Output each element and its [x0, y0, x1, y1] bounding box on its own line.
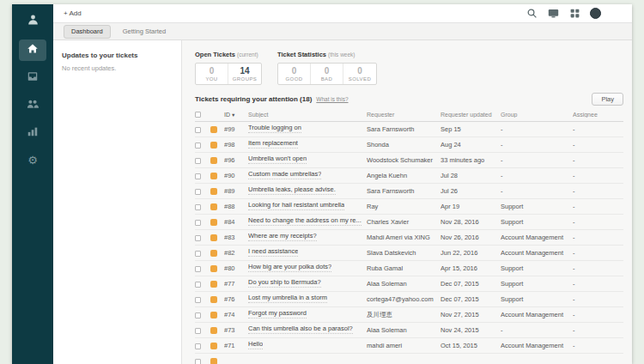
ticket-subject-link[interactable]: How big are your polka dots? [248, 263, 331, 272]
row-checkbox[interactable] [195, 251, 201, 257]
monitor-icon[interactable] [547, 8, 559, 20]
row-checkbox[interactable] [195, 127, 201, 133]
ticket-subject-cell: Trouble logging on [248, 124, 367, 135]
ticket-subject-link[interactable]: Trouble logging on [248, 124, 301, 133]
ticket-group: Support [501, 264, 573, 272]
apps-grid-icon[interactable] [568, 8, 580, 20]
table-row[interactable]: #96 Umbrella won't open Woodstock Schuma… [195, 153, 623, 168]
row-status-cell [210, 295, 224, 303]
ticket-subject-link[interactable]: Need to change the address on my re... [248, 216, 361, 226]
stat-cell-good[interactable]: 0 GOOD [278, 64, 311, 84]
stat-cell-you[interactable]: 0 YOU [196, 64, 228, 84]
ticket-subject-link[interactable]: Do you ship to Bermuda? [248, 278, 321, 288]
ticket-subject-link[interactable]: Umbrella leaks, please advise. [248, 185, 336, 195]
sidebar-item-home[interactable] [19, 39, 46, 61]
table-row[interactable]: #71 Hello mahdi ameri Oct 15, 2015 Accou… [195, 338, 623, 354]
table-row[interactable]: #84 Need to change the address on my re.… [195, 215, 623, 230]
row-checkbox[interactable] [195, 297, 201, 303]
row-checkbox[interactable] [195, 173, 201, 179]
table-row[interactable]: #83 Where are my receipts? Mahdi Ameri v… [195, 230, 623, 246]
ticket-group: - [501, 156, 573, 164]
column-header-subject[interactable]: Subject [248, 112, 367, 118]
ticket-subject-cell: Do you ship to Bermuda? [248, 278, 367, 289]
ticket-subject-link[interactable]: Lost my umbrella in a storm [248, 294, 327, 303]
sidebar-item-admin[interactable]: ⚙ [19, 149, 46, 171]
what-is-this-link[interactable]: What is this? [316, 96, 348, 102]
table-row[interactable]: #98 Item replacement Shonda Aug 24 - - [195, 137, 623, 153]
table-row[interactable]: #76 Lost my umbrella in a storm cortega4… [195, 292, 623, 307]
table-row[interactable]: #88 Looking for hail resistant umbrella … [195, 199, 623, 215]
ticket-subject-link[interactable]: Forgot my password [248, 309, 307, 318]
ticket-id: #82 [224, 249, 248, 257]
table-row[interactable]: #74 Forgot my password 及川理恵 Nov 27, 2015… [195, 307, 623, 323]
tab-dashboard[interactable]: Dashboard [64, 25, 111, 39]
table-row[interactable]: #89 Umbrella leaks, please advise. Sara … [195, 184, 623, 199]
ticket-subject-cell: Umbrella leaks, please advise. [248, 185, 367, 197]
ticket-status-badge [210, 126, 217, 133]
ticket-status-badge [210, 173, 217, 179]
row-checkbox[interactable] [195, 266, 201, 272]
row-checkbox[interactable] [195, 189, 201, 195]
stat-cell-groups[interactable]: 14 GROUPS [228, 64, 261, 84]
row-checkbox[interactable] [195, 235, 201, 241]
stat-label: GROUPS [228, 76, 261, 82]
table-row[interactable]: #82 I need assistance Slava Datskevich J… [195, 246, 623, 261]
ticket-subject-link[interactable]: Umbrella won't open [248, 155, 307, 164]
play-button[interactable]: Play [592, 93, 623, 106]
table-row[interactable]: #80 How big are your polka dots? Ruba Ga… [195, 261, 623, 276]
column-header-id[interactable]: ID▼ [224, 112, 248, 118]
ticket-subject-link[interactable]: Item replacement [248, 139, 298, 149]
ticket-subject-link[interactable]: I need assistance [248, 247, 298, 257]
ticket-requester-updated: Jun 22, 2016 [440, 249, 501, 257]
stat-cell-solved[interactable]: 0 SOLVED [343, 64, 376, 84]
ticket-requester-updated: Oct 15, 2015 [440, 342, 501, 349]
row-checkbox[interactable] [195, 158, 201, 164]
ticket-subject-link[interactable]: Can this umbrella also be a parasol? [248, 325, 353, 334]
ticket-requester-updated: Sep 15 [440, 125, 501, 133]
ticket-statistics-box: 0 GOOD 0 BAD 0 SOLVED [277, 63, 377, 85]
row-checkbox[interactable] [195, 282, 201, 288]
sidebar-item-reports[interactable] [19, 122, 46, 143]
sidebar-item-customers[interactable] [19, 94, 46, 116]
column-header-requester-updated[interactable]: Requester updated [440, 112, 501, 118]
open-tickets-box: 0 YOU 14 GROUPS [195, 63, 262, 85]
ticket-subject-cell [248, 357, 367, 364]
row-checkbox[interactable] [195, 312, 201, 318]
ticket-requester: Sara Farnsworth [367, 187, 440, 195]
table-row-partial[interactable] [195, 354, 623, 364]
sort-desc-icon: ▼ [231, 112, 235, 118]
user-avatar[interactable] [590, 8, 601, 19]
ticket-status-badge [210, 265, 217, 272]
ticket-assignee: - [573, 234, 623, 241]
tab-getting-started[interactable]: Getting Started [115, 25, 173, 39]
add-button[interactable]: + Add [64, 9, 82, 17]
select-all-checkbox[interactable] [195, 112, 201, 118]
row-checkbox[interactable] [195, 328, 201, 334]
sidebar-item-views[interactable] [19, 67, 46, 88]
search-icon[interactable] [526, 8, 538, 20]
ticket-subject-link[interactable]: Looking for hail resistant umbrella [248, 201, 344, 210]
row-status-cell [210, 218, 224, 226]
ticket-subject-link[interactable]: Custom made umbrellas? [248, 170, 321, 179]
row-checkbox[interactable] [195, 143, 201, 149]
ticket-status-badge [210, 203, 217, 210]
ticket-statistics-title: Ticket Statistics (this week) [277, 51, 377, 59]
ticket-subject-link[interactable]: Hello [248, 340, 263, 349]
table-row[interactable]: #90 Custom made umbrellas? Angela Kuehn … [195, 168, 623, 184]
ticket-status-badge [210, 312, 217, 318]
column-header-assignee[interactable]: Assignee [573, 112, 623, 118]
row-checkbox[interactable] [195, 359, 201, 364]
ticket-group: - [501, 187, 573, 195]
row-checkbox[interactable] [195, 220, 201, 226]
ticket-subject-link[interactable]: Where are my receipts? [248, 232, 317, 241]
row-checkbox[interactable] [195, 204, 201, 210]
table-row[interactable]: #73 Can this umbrella also be a parasol?… [195, 323, 623, 338]
table-row[interactable]: #99 Trouble logging on Sara Farnsworth S… [195, 122, 623, 137]
ticket-status-badge [210, 343, 217, 349]
stat-cell-bad[interactable]: 0 BAD [311, 64, 343, 84]
column-header-group[interactable]: Group [501, 112, 573, 118]
column-header-requester[interactable]: Requester [367, 112, 440, 118]
content: Updates to your tickets No recent update… [53, 40, 632, 364]
row-checkbox[interactable] [195, 343, 201, 349]
table-row[interactable]: #77 Do you ship to Bermuda? Alaa Soleman… [195, 276, 623, 292]
